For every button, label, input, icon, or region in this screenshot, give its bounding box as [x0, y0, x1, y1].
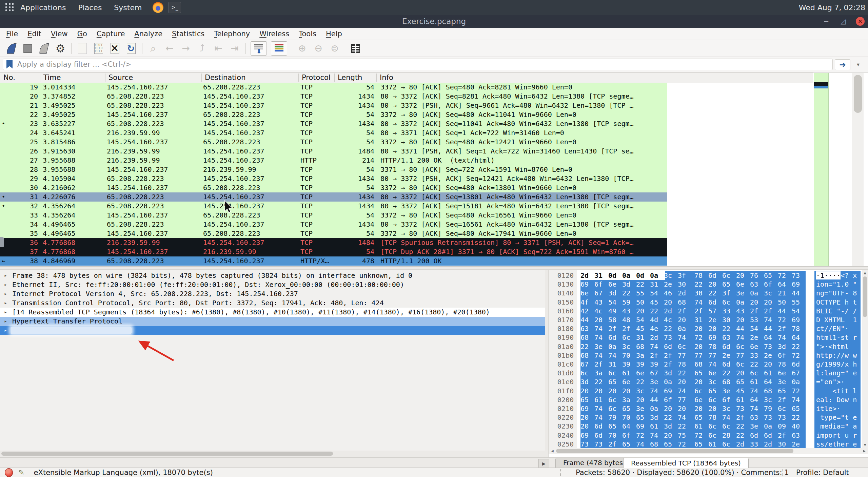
hex-vscroll-thumb[interactable]	[863, 276, 867, 317]
packet-list-header[interactable]: No.TimeSourceDestinationProtocolLengthIn…	[0, 72, 813, 83]
hex-row-0250[interactable]: 025073732f657468657265616c2d332d302ess/e…	[549, 440, 868, 449]
menu-analyze[interactable]: Analyze	[134, 30, 162, 38]
go-first-packet-icon[interactable]: ⇤	[212, 42, 225, 55]
packet-row-27[interactable]: 273.955688216.239.59.99145.254.160.237HT…	[0, 156, 667, 165]
column-header-time[interactable]: Time	[40, 72, 105, 83]
tab-frame[interactable]: Frame (478 bytes)	[555, 458, 633, 468]
column-header-source[interactable]: Source	[105, 72, 201, 83]
details-horizontal-scrollbar[interactable]	[0, 451, 545, 457]
hex-row-0230[interactable]: 0230206d656469613d22616c6c223e0a0940 med…	[549, 422, 868, 431]
go-back-icon[interactable]: ←	[163, 42, 176, 55]
menu-go[interactable]: Go	[77, 30, 87, 38]
menu-edit[interactable]: Edit	[27, 30, 41, 38]
detail-line-2[interactable]: ▸Ethernet II, Src: fe:ff:20:00:01:00 (fe…	[0, 280, 545, 289]
hex-row-0240[interactable]: 0240696d706f72742075726c28226d6d2f63impo…	[549, 431, 868, 440]
colorize-icon[interactable]	[271, 41, 287, 56]
firefox-launcher-icon[interactable]	[153, 2, 163, 13]
menu-help[interactable]: Help	[326, 30, 342, 38]
tab-expander-button[interactable]: ▶	[538, 459, 549, 468]
hex-row-0160[interactable]: 0160424c494320222d2f2f5733432f2f4454BLIC…	[549, 307, 868, 316]
capture-stop-icon[interactable]	[21, 42, 35, 55]
hex-row-01a0[interactable]: 01a0223e0a3c68746d6c20786d6c6e733d22">·<…	[549, 342, 868, 351]
column-header-length[interactable]: Length	[334, 72, 376, 83]
expert-info-icon[interactable]	[5, 468, 13, 477]
tab-reassembled-tcp[interactable]: Reassembled TCP (18364 bytes)	[623, 458, 749, 468]
close-button[interactable]: ✕	[856, 17, 865, 26]
packet-list-scrollbar[interactable]	[852, 73, 864, 266]
zoom-reset-icon[interactable]: ⊜	[328, 42, 341, 55]
zoom-in-icon[interactable]: ⊕	[295, 42, 309, 55]
pane-grip[interactable]	[0, 237, 4, 247]
packet-row-26[interactable]: 263.915630216.239.59.99145.254.160.237TC…	[0, 147, 667, 156]
vertical-splitter[interactable]	[545, 270, 549, 457]
terminal-launcher-icon[interactable]: >_	[168, 2, 181, 13]
hex-row-0170[interactable]: 017044205848544d4c20312e302053747269D XH…	[549, 315, 868, 325]
menu-file[interactable]: File	[6, 30, 18, 38]
packet-row-29[interactable]: 294.10590465.208.228.223145.254.160.237T…	[0, 174, 667, 183]
hex-row-01f0[interactable]: 01f0202020203c7469746c653e4574686572 <ti…	[549, 387, 868, 396]
filter-dropdown-button[interactable]: ▾	[852, 59, 864, 69]
file-close-icon[interactable]: ✕	[108, 42, 122, 55]
hex-row-01e0[interactable]: 01e03d22656e223e0a20203c686561643e0a="en…	[549, 377, 868, 387]
capture-options-icon[interactable]: ⚙	[54, 42, 67, 55]
filter-apply-button[interactable]: ➜	[835, 59, 850, 70]
hex-vertical-scrollbar[interactable]: ▲ ▼	[862, 270, 868, 448]
status-profile[interactable]: Profile: Default	[796, 469, 849, 477]
panel-menu-places[interactable]: Places	[72, 3, 108, 12]
packet-row-24[interactable]: 243.645241216.239.59.99145.254.160.237TC…	[0, 128, 667, 138]
hex-row-0210[interactable]: 021069746c653e0a202020203c7374796c65itle…	[549, 404, 868, 413]
hex-row-0220[interactable]: 022020747970653d22746578742f63737322 typ…	[549, 413, 868, 422]
capture-comment-icon[interactable]: ✎	[18, 469, 24, 477]
hex-row-01b0[interactable]: 01b0687474703a2f2f7777772e77332e6f72http…	[549, 351, 868, 360]
panel-menu-system[interactable]: System	[108, 3, 148, 12]
maximize-button[interactable]: ◿	[839, 17, 848, 25]
hex-row-0120[interactable]: 01202d310d0a0d0a3c3f786d6c2076657273-1··…	[549, 271, 868, 280]
hex-row-0130[interactable]: 0130696f6e3d22312e302220656e636f6469ion=…	[549, 280, 868, 289]
minimize-button[interactable]: −	[822, 17, 831, 25]
packet-row-21[interactable]: 213.49502565.208.228.223145.254.160.237T…	[0, 101, 667, 110]
expander-icon[interactable]: ▸	[4, 298, 7, 308]
packet-row-35[interactable]: 354.496465145.254.160.23765.208.228.223T…	[0, 229, 667, 238]
expander-icon[interactable]: ▸	[4, 317, 7, 326]
file-open-icon[interactable]	[76, 42, 89, 55]
menu-statistics[interactable]: Statistics	[172, 30, 204, 38]
packet-row-36[interactable]: 364.776868216.239.59.99145.254.160.237TC…	[0, 238, 667, 247]
packet-row-34[interactable]: 344.49646565.208.228.223145.254.160.237T…	[0, 220, 667, 229]
go-forward-icon[interactable]: →	[179, 42, 193, 55]
detail-line-4[interactable]: ▸Transmission Control Protocol, Src Port…	[0, 298, 545, 308]
detail-line-3[interactable]: ▸Internet Protocol Version 4, Src: 65.20…	[0, 289, 545, 298]
packet-list-scrollbar-thumb[interactable]	[854, 75, 862, 113]
hex-row-0190[interactable]: 019068746d6c312d7374726963742e647464html…	[549, 333, 868, 342]
bookmark-icon[interactable]	[6, 60, 13, 68]
display-filter-input[interactable]: Apply a display filter ... <Ctrl-/>	[3, 59, 833, 70]
packet-row-20[interactable]: 203.37485265.208.228.223145.254.160.237T…	[0, 92, 667, 101]
capture-restart-icon[interactable]	[37, 42, 51, 55]
packet-row-37[interactable]: 374.776868145.254.160.237216.239.59.99TC…	[0, 247, 667, 256]
packet-row-33[interactable]: 334.356264145.254.160.23765.208.228.223T…	[0, 211, 667, 220]
scroll-up-arrow[interactable]: ▲	[862, 270, 868, 275]
go-to-packet-icon[interactable]: ⤴	[195, 42, 209, 55]
packet-row-32[interactable]: 324.35626465.208.228.223145.254.160.237T…	[0, 202, 667, 211]
auto-scroll-icon[interactable]: ⬇	[251, 41, 267, 56]
panel-clock[interactable]: Wed Aug 7, 02:28	[799, 3, 865, 12]
menu-tools[interactable]: Tools	[299, 30, 316, 38]
packet-row-38[interactable]: 384.84696965.208.228.223145.254.160.237H…	[0, 256, 667, 266]
find-packet-icon[interactable]: ⌕	[146, 42, 160, 55]
hex-hscroll-thumb[interactable]	[556, 449, 793, 453]
detail-line-5[interactable]: ▸[14 Reassembled TCP Segments (18364 byt…	[0, 308, 545, 317]
resize-columns-icon[interactable]	[349, 42, 362, 55]
panel-menu-applications[interactable]: Applications	[14, 3, 72, 12]
column-header-no[interactable]: No.	[0, 72, 40, 83]
scroll-left-arrow[interactable]: ◀	[549, 448, 555, 454]
hex-row-01d0[interactable]: 01d06c3a6c616e673d22656e22206c616e67l:la…	[549, 369, 868, 378]
expander-icon[interactable]: ▸	[4, 326, 7, 335]
packet-row-19[interactable]: 193.014334145.254.160.23765.208.228.223T…	[0, 83, 667, 92]
expander-icon[interactable]: ▸	[4, 289, 7, 298]
column-header-info[interactable]: Info	[376, 72, 667, 83]
hex-row-0180[interactable]: 018063742f2f454e220a2020224454442f78ct//…	[549, 324, 868, 333]
details-scrollbar-thumb[interactable]	[1, 452, 333, 456]
packet-row-22[interactable]: 223.495025145.254.160.23765.208.228.223T…	[0, 110, 667, 119]
detail-line-6[interactable]: ▸Hypertext Transfer Protocol	[0, 317, 545, 326]
packet-list-minimap[interactable]	[814, 73, 829, 266]
menu-view[interactable]: View	[51, 30, 68, 38]
